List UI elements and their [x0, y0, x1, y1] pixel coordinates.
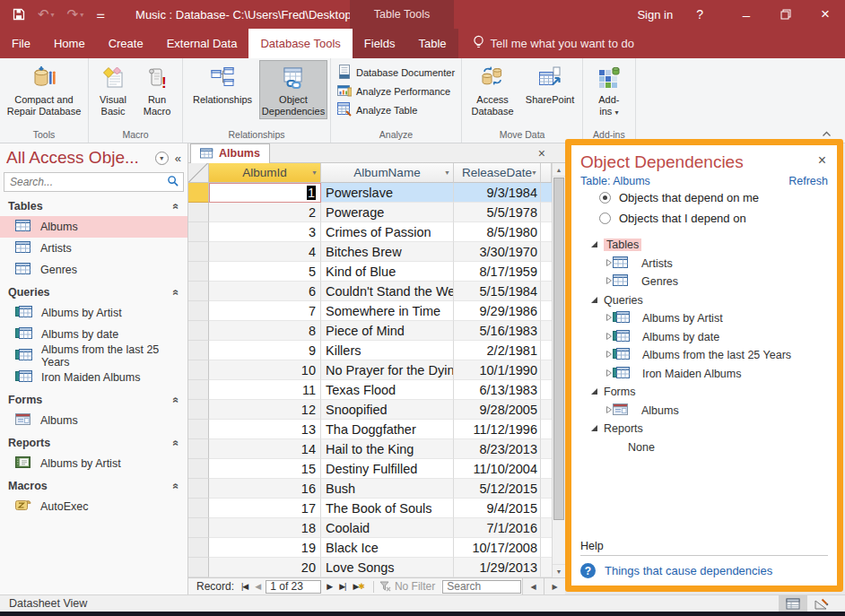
cell-albumname[interactable]: Destiny Fulfilled [321, 459, 454, 479]
nav-pane-title-bar[interactable]: All Access Obje... ▼ « [0, 143, 187, 170]
table-row[interactable]: 4Bitches Brew3/30/1970 [188, 242, 565, 262]
collapse-group-icon[interactable]: « [170, 289, 183, 295]
first-record-button[interactable]: |◀ [238, 582, 251, 591]
database-documenter-button[interactable]: Database Documenter [334, 63, 458, 82]
sort-dropdown-icon[interactable]: ▼ [531, 169, 537, 176]
table-row[interactable]: 2Powerage5/5/1978 [188, 203, 565, 222]
row-selector[interactable] [188, 242, 209, 262]
cell-albumname[interactable]: Powerslave [321, 183, 454, 203]
table-row[interactable]: 12Snoopified9/28/2005 [188, 400, 565, 420]
compact-and-repair-database-button[interactable]: Compact and Repair Database [3, 60, 85, 119]
cell-releasedate[interactable]: 5/15/1984 [454, 282, 541, 301]
shutter-bar-collapse-icon[interactable]: « [175, 152, 181, 165]
cell-albumid[interactable]: 17 [209, 499, 321, 518]
tree-collapsed-icon[interactable] [605, 312, 613, 325]
nav-item-genres[interactable]: Genres [0, 259, 187, 281]
row-selector[interactable] [188, 479, 209, 499]
row-selector[interactable] [188, 301, 209, 321]
restore-button[interactable] [766, 0, 806, 29]
nav-group-queries[interactable]: Queries« [0, 282, 187, 302]
cell-albumname[interactable]: Love Songs [321, 558, 454, 577]
last-record-button[interactable]: ▶| [335, 582, 349, 591]
cell-releasedate[interactable]: 5/16/1983 [454, 321, 541, 341]
cell-releasedate[interactable]: 9/29/1986 [454, 301, 541, 321]
radio-objects-that-i-depend-on[interactable]: Objects that I depend on [599, 208, 828, 229]
column-header-releasedate[interactable]: ReleaseDate▼ [454, 163, 541, 183]
sign-in-button[interactable]: Sign in [637, 8, 673, 22]
cell-albumname[interactable]: Tha Doggfather [321, 420, 454, 439]
scroll-right-icon[interactable]: ▶ [544, 578, 565, 595]
row-selector[interactable] [188, 400, 209, 420]
datasheet-view-icon[interactable] [779, 595, 807, 612]
cell-albumid[interactable]: 10 [209, 360, 321, 380]
close-button[interactable]: × [806, 0, 845, 29]
row-selector[interactable] [188, 380, 209, 400]
cell-releasedate[interactable]: 8/5/1980 [454, 222, 541, 242]
search-icon[interactable] [167, 175, 179, 190]
cell-albumid[interactable]: 19 [209, 538, 321, 558]
cell-albumname[interactable]: Crimes of Passion [321, 222, 454, 242]
refresh-link[interactable]: Refresh [788, 175, 828, 187]
row-selector[interactable] [188, 222, 209, 242]
add-ins-button[interactable]: Add-ins ▾ [589, 60, 629, 119]
cell-releasedate[interactable]: 6/13/1983 [454, 380, 541, 400]
scroll-down-icon[interactable]: ▼ [553, 564, 565, 577]
cell-albumname[interactable]: Black Ice [321, 538, 454, 558]
cell-albumid[interactable]: 8 [209, 321, 321, 341]
collapse-ribbon-icon[interactable] [818, 127, 834, 140]
nav-item-albums-by-artist[interactable]: Albums by Artist [0, 453, 187, 474]
cell-releasedate[interactable]: 9/3/1984 [454, 183, 541, 203]
nav-group-tables[interactable]: Tables« [0, 195, 187, 216]
tree-expanded-icon[interactable] [590, 422, 598, 435]
row-selector[interactable] [188, 360, 209, 380]
column-header-albumname[interactable]: AlbumName▼ [321, 163, 454, 183]
scroll-up-icon[interactable]: ▲ [553, 163, 565, 177]
collapse-group-icon[interactable]: « [170, 482, 183, 489]
row-selector[interactable] [188, 499, 209, 518]
tree-item-albums-by-artist[interactable]: Albums by Artist [580, 309, 828, 328]
table-row[interactable]: 1Powerslave9/3/1984 [188, 183, 565, 203]
cell-albumname[interactable]: Texas Flood [321, 380, 454, 400]
tree-item-artists[interactable]: Artists [580, 255, 828, 273]
nav-item-iron-maiden-albums[interactable]: Iron Maiden Albums [0, 367, 187, 388]
tree-expanded-icon[interactable] [590, 386, 598, 398]
row-selector[interactable] [188, 439, 209, 459]
nav-item-albums-from-the-last-25-years[interactable]: Albums from the last 25 Years [0, 345, 187, 367]
scrollbar-thumb[interactable] [553, 178, 564, 520]
cell-albumname[interactable]: Powerage [321, 203, 454, 222]
cell-albumid[interactable]: 14 [209, 439, 321, 459]
cell-albumname[interactable]: The Book of Souls [321, 499, 454, 518]
panel-close-icon[interactable]: × [816, 152, 828, 169]
tree-item-iron-maiden-albums[interactable]: Iron Maiden Albums [580, 365, 828, 384]
visual-basic-button[interactable]: Visual Basic [91, 60, 135, 119]
scroll-left-icon[interactable]: ◀ [522, 578, 544, 595]
cell-albumname[interactable]: Bitches Brew [321, 242, 454, 262]
cell-releasedate[interactable]: 11/10/2004 [454, 459, 541, 479]
ribbon-tab-external-data[interactable]: External Data [155, 29, 249, 58]
radio-objects-that-depend-on-me[interactable]: Objects that depend on me [599, 187, 828, 208]
table-row[interactable]: 8Piece of Mind5/16/1983 [188, 321, 565, 341]
cell-albumid[interactable]: 2 [209, 203, 321, 222]
ribbon-tab-database-tools[interactable]: Database Tools [248, 29, 352, 58]
tree-expanded-icon[interactable] [590, 294, 598, 307]
filter-status[interactable]: No Filter [379, 580, 435, 593]
tree-item-albums-from-the-last-25-years[interactable]: Albums from the last 25 Years [580, 346, 828, 365]
tree-item-albums[interactable]: Albums [580, 402, 828, 421]
nav-search-input[interactable] [10, 176, 167, 188]
cell-albumname[interactable]: Bush [321, 479, 454, 499]
collapse-group-icon[interactable]: « [170, 439, 183, 446]
tree-item-albums-by-date[interactable]: Albums by date [580, 328, 828, 347]
tree-group-reports[interactable]: Reports [580, 420, 828, 438]
cell-albumname[interactable]: Kind of Blue [321, 262, 454, 282]
save-icon[interactable] [13, 8, 25, 21]
row-selector[interactable] [188, 321, 209, 341]
collapse-group-icon[interactable]: « [170, 203, 183, 209]
ribbon-tab-fields[interactable]: Fields [353, 29, 407, 58]
record-search-input[interactable] [442, 580, 521, 594]
next-record-button[interactable]: ▶ [323, 582, 335, 591]
tree-collapsed-icon[interactable] [605, 331, 613, 343]
table-row[interactable]: 9Killers2/2/1981 [188, 341, 565, 360]
cell-albumname[interactable]: Couldn't Stand the Weather [321, 282, 454, 301]
row-selector[interactable] [188, 518, 209, 538]
run-macro-button[interactable]: !Run Macro [135, 60, 179, 119]
